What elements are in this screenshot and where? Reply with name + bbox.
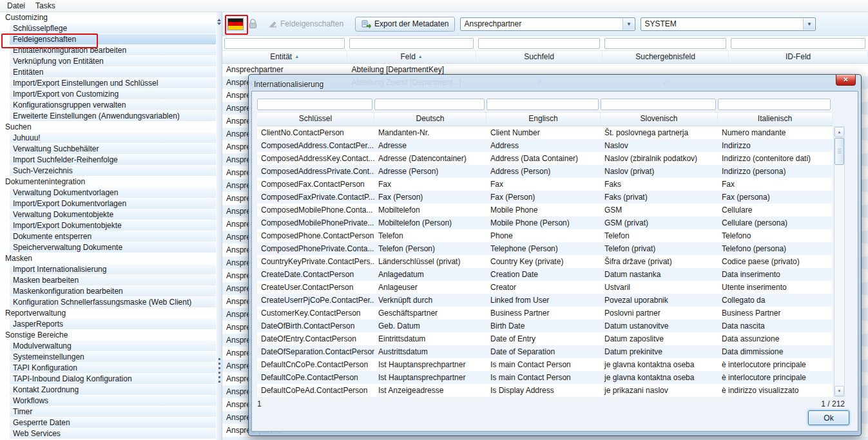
sidebar-item-konfigurationsgruppen-verwalten[interactable]: Konfigurationsgruppen verwalten	[10, 100, 216, 110]
sidebar-item-tapi-konfiguration[interactable]: TAPI Konfiguration	[10, 363, 216, 373]
sidebar-item-such-verzeichnis[interactable]: Such-Verzeichnis	[10, 166, 216, 176]
sidebar-item-import-export-einstellungen-und-schlüssel[interactable]: Import/Export Einstellungen und Schlüsse…	[10, 78, 216, 88]
sidebar-item-timer[interactable]: Timer	[10, 407, 216, 417]
column-header-entitaet[interactable]: Entität▲	[222, 51, 347, 63]
filter-entitaet-input[interactable]	[224, 38, 345, 49]
dialog-column-italienisch[interactable]: Italienisch	[718, 113, 833, 126]
dialog-filter-italienisch-input[interactable]	[718, 99, 831, 110]
sidebar-item-web-services[interactable]: Web Services	[10, 428, 216, 439]
sidebar-item-verknüpfung-von-entitäten[interactable]: Verknüpfung von Entitäten	[10, 56, 216, 66]
sidebar-item-verwaltung-dokumentobjekte[interactable]: Verwaltung Dokumentobjekte	[10, 209, 216, 220]
scroll-up-icon[interactable]: ▲	[834, 127, 844, 137]
sidebar-group-suchen[interactable]: Suchen	[0, 122, 217, 133]
sidebar-item-entitäten[interactable]: Entitäten	[10, 67, 216, 77]
scrollbar-track[interactable]	[834, 166, 844, 386]
lock-icon[interactable]	[249, 19, 257, 29]
sidebar-item-konfiguration-schnellerfassungsmaske-web-client[interactable]: Konfiguration Schnellerfassungsmaske (We…	[10, 297, 216, 307]
sidebar-item-verwaltung-dokumentvorlagen[interactable]: Verwaltung Dokumentvorlagen	[10, 187, 216, 198]
dialog-table-row[interactable]: ComposedMobilePhone.Conta...Mobiltelefon…	[257, 204, 833, 216]
sidebar-splitter[interactable]	[217, 12, 222, 440]
dialog-filter-englisch-input[interactable]	[487, 99, 599, 110]
dialog-table-row[interactable]: ClientNo.ContactPersonMandanten-Nr.Clien…	[257, 126, 833, 139]
sidebar-group-reportverwaltung[interactable]: Reportverwaltung	[0, 308, 217, 319]
sidebar-item-modulverwaltung[interactable]: Modulverwaltung	[10, 341, 216, 351]
sidebar-item-juhuuu[interactable]: Juhuuu!	[10, 133, 216, 143]
dialog-column-schluessel[interactable]: Schlüssel	[257, 113, 374, 126]
sidebar-item-feldeigenschaften[interactable]: Feldeigenschaften	[10, 34, 216, 44]
table-row[interactable]: Ansprechpartner	[222, 437, 868, 440]
dialog-table-row[interactable]: ComposedAddress.ContactPer...AdresseAddr…	[257, 139, 833, 152]
system-combobox[interactable]: SYSTEM ▼	[641, 17, 816, 31]
filter-idfeld-input[interactable]	[731, 38, 865, 49]
dialog-table-row[interactable]: ComposedPhonePrivate.Conta...Telefon (Pe…	[257, 242, 833, 255]
dialog-table-row[interactable]: ComposedFaxPrivate.ContactP...Fax (Perso…	[257, 191, 833, 204]
menu-tasks[interactable]: Tasks	[31, 1, 60, 12]
sidebar-item-entitätenkonfiguration-bearbeiten[interactable]: Entitätenkonfiguration bearbeiten	[10, 45, 216, 55]
sidebar-item-schlüsselpflege[interactable]: Schlüsselpflege	[10, 23, 216, 33]
sidebar-item-systemeinstellungen[interactable]: Systemeinstellungen	[10, 352, 216, 362]
sidebar-group-customizing[interactable]: Customizing	[0, 12, 217, 23]
dialog-table-row[interactable]: DefaultCoPeAd.ContactPersonIst Anzeigead…	[257, 384, 833, 397]
sidebar-item-masken-bearbeiten[interactable]: Masken bearbeiten	[10, 275, 216, 285]
sidebar-item-workflows[interactable]: Workflows	[10, 396, 216, 406]
column-header-suchfeld[interactable]: Suchfeld	[476, 51, 603, 63]
german-flag-button[interactable]	[227, 18, 244, 30]
sidebar-item-gesperrte-daten[interactable]: Gesperrte Daten	[10, 417, 216, 428]
dialog-table-row[interactable]: ComposedAddressPrivate.Cont...Adresse (P…	[257, 165, 833, 178]
filter-feld-input[interactable]	[349, 38, 474, 49]
sidebar-item-import-suchfelder-reihenfolge[interactable]: Import Suchfelder-Reihenfolge	[10, 155, 216, 165]
collapse-chevrons-icon[interactable]	[217, 15, 221, 28]
sidebar-group-masken[interactable]: Masken	[0, 253, 217, 264]
dialog-table-row[interactable]: CreateUserrPjCoPe.ContactPer...Verknüpft…	[257, 294, 833, 307]
chevron-down-icon[interactable]: ▼	[803, 19, 815, 30]
column-header-feld[interactable]: Feld▲	[347, 51, 476, 63]
dialog-table-row[interactable]: CreateUser.ContactPersonAnlageuserCreato…	[257, 281, 833, 294]
dialog-column-englisch[interactable]: Englisch	[487, 113, 601, 126]
sidebar-item-verwaltung-suchbehälter[interactable]: Verwaltung Suchbehälter	[10, 144, 216, 154]
menu-datei[interactable]: Datei	[3, 1, 30, 12]
sidebar-item-kontakt-zuordnung[interactable]: Kontakt Zuordnung	[10, 385, 216, 395]
dialog-table-row[interactable]: ComposedMobilePhonePrivate...Mobiltelefo…	[257, 216, 833, 229]
sidebar-item-import-internationalisierung[interactable]: Import Internationalisierung	[10, 264, 216, 274]
dialog-column-slovenisch[interactable]: Slovenisch	[601, 113, 718, 126]
feldeigenschaften-button[interactable]: Feldeigenschaften	[262, 17, 350, 32]
sidebar-item-erweiterte-einstellungen-anwendungsvariablen[interactable]: Erweiterte Einstellungen (Anwendungsvari…	[10, 111, 216, 121]
dialog-table-row[interactable]: CountryKeyPrivate.ContactPers...Ländersc…	[257, 255, 833, 268]
chevron-down-icon[interactable]: ▼	[622, 19, 634, 30]
dialog-column-deutsch[interactable]: Deutsch	[374, 113, 487, 126]
sidebar-item-speicherverwaltung-dokumente[interactable]: Speicherverwaltung Dokumente	[10, 242, 216, 253]
scroll-down-icon[interactable]: ▼	[834, 386, 844, 396]
dialog-scrollbar[interactable]: ▲ ▼	[834, 126, 845, 397]
sidebar-item-import-export-dokumentvorlagen[interactable]: Import/Export Dokumentvorlagen	[10, 198, 216, 209]
sidebar-group-sonstige-bereiche[interactable]: Sonstige Bereiche	[0, 330, 217, 341]
sidebar-item-import-export-dokumentobjekte[interactable]: Import/Export Dokumentobjekte	[10, 220, 216, 231]
dialog-table-row[interactable]: DateOfSeparation.ContactPersonAustrittsd…	[257, 345, 833, 358]
entity-combobox[interactable]: Ansprechpartner ▼	[460, 17, 635, 31]
scrollbar-thumb[interactable]	[834, 138, 844, 165]
dialog-table-row[interactable]: DefaultCoPe.ContactPersonIst Hauptanspre…	[257, 371, 833, 384]
splitter-grip-icon[interactable]	[218, 358, 220, 385]
close-button[interactable]: ✕	[836, 75, 856, 86]
dialog-filter-slovenisch-input[interactable]	[601, 99, 716, 110]
dialog-table-row[interactable]: ComposedAddressKey.Contact...Adresse (Da…	[257, 152, 833, 165]
dialog-filter-deutsch-input[interactable]	[374, 99, 485, 110]
sidebar-item-import-export-von-customizing[interactable]: Import/Export von Customizing	[10, 89, 216, 99]
sidebar-group-dokumentenintegration[interactable]: Dokumentenintegration	[0, 177, 217, 187]
sidebar-item-jasperreports[interactable]: JasperReports	[10, 319, 216, 329]
ok-button[interactable]: Ok	[808, 410, 849, 425]
column-header-idfeld[interactable]: ID-Feld	[729, 51, 868, 63]
sidebar-item-maskenkonfiguration-bearbeiten[interactable]: Maskenkonfiguration bearbeiten	[10, 286, 216, 296]
export-metadaten-button[interactable]: Export der Metadaten	[355, 17, 455, 32]
sidebar-item-dokumente-entsperren[interactable]: Dokumente entsperren	[10, 231, 216, 242]
filter-suchfeld-input[interactable]	[478, 38, 600, 49]
dialog-table-row[interactable]: CreateDate.ContactPersonAnlagedatumCreat…	[257, 268, 833, 281]
dialog-table-row[interactable]: CustomerKey.ContactPersonGeschäftspartne…	[257, 307, 833, 320]
column-header-suchergebnisfeld[interactable]: Suchergebnisfeld	[603, 51, 729, 63]
dialog-table-row[interactable]: ComposedPhone.ContactPersonTelefonPhoneT…	[257, 229, 833, 242]
sidebar-item-tapi-inbound-dialog-konfiguration[interactable]: TAPI-Inbound Dialog Konfiguration	[10, 374, 216, 384]
filter-suchergebnisfeld-input[interactable]	[604, 38, 726, 49]
dialog-filter-schluessel-input[interactable]	[257, 99, 372, 110]
dialog-table-row[interactable]: DateOfEntry.ContactPersonEintrittsdatumD…	[257, 332, 833, 345]
dialog-titlebar[interactable]: Internationalisierung	[251, 77, 858, 91]
dialog-table-row[interactable]: DefaultCnCoPe.ContactPersonIst Hauptansp…	[257, 358, 833, 371]
